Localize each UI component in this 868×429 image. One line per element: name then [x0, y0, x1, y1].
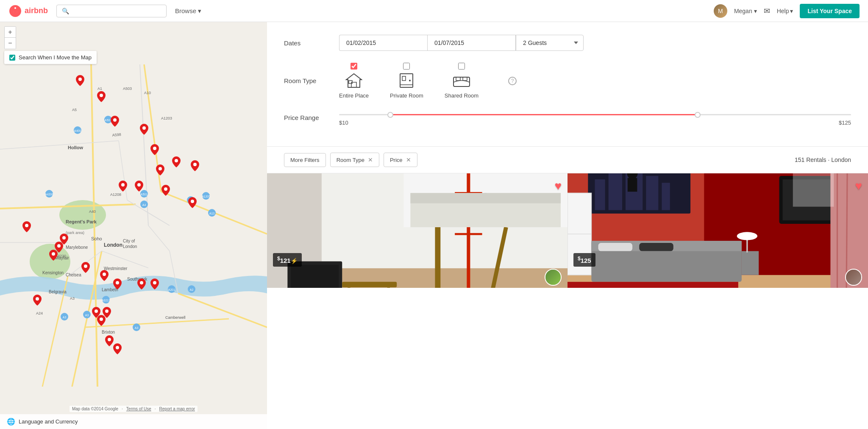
price-chip-close[interactable]: ✕ [406, 156, 411, 163]
listing-heart-2[interactable]: ♥ [855, 179, 862, 193]
svg-point-107 [409, 80, 411, 81]
svg-rect-145 [595, 179, 605, 210]
entire-place-icon [345, 73, 362, 88]
room-type-help-icon[interactable]: ? [508, 77, 517, 85]
main-layout: A598 A5 A1 A503 A10 A1203 A40 A1208 A322… [0, 22, 868, 429]
price-slider[interactable] [339, 114, 851, 115]
private-checkbox[interactable] [403, 63, 410, 70]
svg-point-98 [95, 309, 98, 313]
header: airbnb 🔍 London, United Kingdom Browse ▾… [0, 0, 868, 22]
svg-point-83 [159, 167, 162, 170]
listing-card-1[interactable]: ♥ $121⚡ [267, 173, 568, 288]
language-currency-label[interactable]: Language and Currency [19, 418, 78, 425]
map-pin-0[interactable] [76, 75, 84, 87]
shared-checkbox[interactable] [458, 63, 465, 70]
svg-point-89 [62, 236, 66, 240]
map-pin-17[interactable] [100, 270, 108, 282]
room-type-private[interactable]: Private Room [390, 63, 423, 99]
rentals-count: 151 Rentals · London [795, 156, 851, 163]
guests-select[interactable]: 2 Guests 1 Guest 3 Guests 4 Guests 5+ Gu… [516, 35, 584, 51]
svg-text:A503: A503 [123, 86, 132, 91]
map-pin-9[interactable] [135, 181, 143, 193]
listing-price-1: 121 [280, 257, 291, 264]
map-pin-21[interactable] [33, 295, 42, 307]
help-button[interactable]: Help ▾ [777, 8, 793, 14]
svg-point-95 [140, 281, 143, 284]
room-type-entire[interactable]: Entire Place [339, 63, 369, 99]
map-pin-19[interactable] [137, 279, 146, 291]
map-pin-25[interactable] [105, 335, 114, 348]
map-pin-26[interactable] [113, 343, 122, 356]
dates-row: Dates 2 Guests 1 Guest 3 Guests 4 Guests… [284, 35, 851, 51]
more-filters-button[interactable]: More Filters [284, 153, 326, 167]
listing-heart-1[interactable]: ♥ [554, 179, 562, 193]
search-move-label: Search When I Move the Map [19, 54, 92, 61]
listing-host-avatar-1[interactable] [545, 269, 562, 286]
svg-point-84 [121, 183, 125, 187]
price-filter-chip[interactable]: Price ✕ [384, 153, 417, 167]
map-pin-12[interactable] [22, 221, 31, 234]
map-pin-7[interactable] [156, 164, 164, 177]
private-room-label: Private Room [390, 92, 423, 99]
map-pin-8[interactable] [119, 181, 127, 193]
zoom-in-button[interactable]: + [5, 27, 16, 38]
map-pin-11[interactable] [188, 197, 197, 209]
price-min-label: $10 [339, 120, 348, 126]
svg-point-100 [100, 318, 103, 321]
browse-button[interactable]: Browse ▾ [175, 7, 201, 15]
svg-text:A24: A24 [36, 311, 43, 315]
svg-text:A400: A400 [74, 129, 81, 132]
search-input[interactable]: London, United Kingdom [72, 8, 161, 14]
room-type-chip-close[interactable]: ✕ [368, 156, 373, 163]
user-name[interactable]: Megan ▾ [734, 8, 757, 14]
logo[interactable]: airbnb [8, 4, 48, 18]
listing-host-avatar-2[interactable] [845, 269, 862, 286]
room-type-shared[interactable]: Shared Room [445, 63, 479, 99]
search-bar[interactable]: 🔍 London, United Kingdom [56, 5, 167, 17]
list-your-space-button[interactable]: List Your Space [800, 4, 860, 18]
map-visual: A598 A5 A1 A503 A10 A1203 A40 A1208 A322… [0, 22, 267, 429]
private-room-icon [399, 73, 414, 88]
date-end-input[interactable] [427, 35, 516, 51]
search-when-move-checkbox[interactable]: Search When I Move the Map [4, 51, 97, 64]
svg-point-96 [153, 281, 156, 284]
map-pin-6[interactable] [191, 160, 199, 173]
map-pin-24[interactable] [97, 315, 106, 327]
svg-point-97 [36, 297, 39, 301]
entire-checkbox[interactable] [351, 63, 357, 70]
room-type-filter-chip[interactable]: Room Type ✕ [330, 153, 379, 167]
svg-text:Hollow: Hollow [68, 145, 83, 150]
listing-card-2[interactable]: ♥ $125 [568, 173, 868, 288]
svg-text:(park area): (park area) [66, 231, 84, 235]
avatar[interactable]: M [714, 4, 727, 18]
map-pin-4[interactable] [150, 144, 159, 156]
price-max-label: $125 [839, 120, 851, 126]
price-handle-max[interactable] [695, 112, 701, 118]
messages-icon[interactable]: ✉ [764, 6, 770, 16]
map-pin-5[interactable] [172, 156, 181, 169]
map-pin-1[interactable] [97, 91, 106, 103]
svg-text:A1208: A1208 [110, 192, 121, 197]
svg-text:Soho: Soho [91, 236, 102, 241]
svg-text:Chelsea: Chelsea [66, 273, 81, 277]
map-pin-16[interactable] [81, 262, 90, 274]
date-start-input[interactable] [339, 35, 427, 51]
svg-rect-130 [342, 282, 397, 287]
map-container[interactable]: A598 A5 A1 A503 A10 A1203 A40 A1208 A322… [0, 22, 267, 429]
svg-text:A40: A40 [89, 209, 96, 214]
map-pin-10[interactable] [161, 185, 170, 197]
active-filters-bar: More Filters Room Type ✕ Price ✕ 151 Ren… [267, 147, 868, 173]
listing-price-badge-2: $125 [573, 253, 595, 267]
map-pin-2[interactable] [111, 116, 119, 128]
svg-rect-167 [793, 173, 834, 207]
search-move-input[interactable] [9, 55, 15, 61]
map-pin-18[interactable] [113, 279, 122, 291]
map-pin-15[interactable] [49, 250, 58, 262]
map-footer: 🌐 Language and Currency [0, 414, 267, 429]
zoom-out-button[interactable]: − [5, 38, 16, 49]
svg-text:City of: City of [123, 239, 135, 243]
map-pin-3[interactable] [140, 124, 148, 136]
map-pin-20[interactable] [150, 279, 159, 291]
date-inputs: 2 Guests 1 Guest 3 Guests 4 Guests 5+ Gu… [339, 35, 584, 51]
price-handle-min[interactable] [387, 112, 393, 118]
